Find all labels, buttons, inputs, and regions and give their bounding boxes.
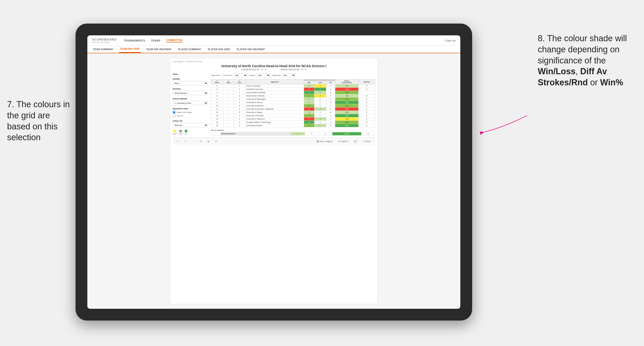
conference-filter-select[interactable]: (All) <box>233 73 248 77</box>
cell-rank: 10 <box>211 104 223 108</box>
cell-loss: 1 <box>314 91 326 94</box>
redo-button[interactable]: ↪ <box>183 140 188 143</box>
nav-committee[interactable]: COMMITTEE <box>166 39 183 42</box>
sub-nav-player-h2h-grid[interactable]: PLAYER H2H GRID <box>207 46 231 53</box>
cell-reg: - <box>223 91 234 94</box>
filter-row: Opponents: Conference (All) Region ( <box>211 73 375 77</box>
sub-nav-player-summary[interactable]: PLAYER SUMMARY <box>177 46 202 53</box>
last-updated: Last Updated: 27/03/2024 16:55:38 <box>172 61 202 63</box>
region-filter-select[interactable]: (All) <box>256 73 270 77</box>
cell-diff-av: 2.33 <box>335 111 358 114</box>
cell-rounds: 3 <box>358 108 375 111</box>
nav-tournaments[interactable]: TOURNAMENTS <box>124 39 145 42</box>
opponent-filter-group: Opponent (All) <box>272 73 296 77</box>
cell-win: 5 <box>304 91 314 94</box>
cell-reg: - <box>223 108 234 111</box>
cell-rank: 9 <box>211 101 223 104</box>
cell-diff-av: 5.56 <box>335 114 358 117</box>
col-rounds: Rounds <box>358 79 375 84</box>
cell-opponent: Georgia Institute of Technology <box>245 121 304 124</box>
cell-opponent: University of Oklahoma <box>245 117 304 121</box>
division-select[interactable]: NCAA Division I <box>172 91 208 95</box>
view-original-button[interactable]: 🖼 View: Original <box>315 140 334 143</box>
sub-nav-team-h2h-heatmap[interactable]: TEAM H2H HEATMAP <box>145 46 172 53</box>
region-filter-label: Region <box>249 74 255 76</box>
comment-button[interactable]: 💬 <box>352 140 358 143</box>
share-button[interactable]: ↗ Share <box>361 140 372 143</box>
cell-loss: 0 <box>314 121 326 124</box>
cell-loss: 1 <box>314 108 326 111</box>
cell-reg: - <box>223 98 234 101</box>
grid-button[interactable]: ⊞ <box>206 140 211 143</box>
cell-conf: 2 <box>234 88 246 91</box>
data-table: #Rank #Reg #Conf Opponent Diff AvStrokes… <box>211 79 375 127</box>
cell-rounds: 9 <box>358 84 375 88</box>
cell-loss: 1 <box>314 117 326 121</box>
sub-nav-team-h2h-grid[interactable]: TEAM H2H GRID <box>119 46 140 53</box>
cell-reg: - <box>223 88 234 91</box>
cell-reg: - <box>223 114 234 117</box>
opponent-view-label: Opponent View <box>172 108 208 110</box>
table-row: 9 - 1 University of Arizona 1 0 0 9.00 2 <box>211 101 375 104</box>
legend-down: Down <box>172 130 177 135</box>
school-select[interactable]: 1. University of Nort... <box>172 101 208 105</box>
table-row: 2 - 1 Auburn University 2 1 0 1.67 9 <box>211 84 375 88</box>
cell-diff-av: 2.61 <box>335 104 358 108</box>
col-tie: Tie <box>326 81 335 84</box>
cell-out-div-empty <box>211 132 220 136</box>
radio-opponents-played[interactable]: Opponents Played <box>172 111 208 114</box>
cell-opponent: Auburn University <box>245 84 304 88</box>
sign-out-button[interactable]: | Sign out <box>445 39 456 42</box>
opponent-view-section: Opponent View Opponents Played Top 100 <box>172 108 208 117</box>
cell-conf: 1 <box>234 84 246 88</box>
watch-button[interactable]: 👁 Watch ▾ <box>336 140 350 143</box>
cell-rounds: 9 <box>358 121 375 124</box>
cell-conf: 4 <box>234 121 246 124</box>
out-of-division-row: NCAA Division II 1 0 0 26.00 3 <box>211 132 375 136</box>
cell-rank: 2 <box>211 84 223 88</box>
gender-select[interactable]: Men's <box>172 81 208 85</box>
cell-tie: 0 <box>326 94 335 98</box>
legend-down-dot <box>173 130 176 133</box>
cell-rank: 3 <box>211 88 223 91</box>
cell-loss: 0 <box>314 101 326 104</box>
region-filter-group: Region (All) <box>249 73 270 77</box>
overall-record: Overall Record: 89 - 17 - 0 <box>241 68 266 71</box>
tableau-body: Team Gender Men's Division NCAA Division <box>172 73 375 136</box>
cell-tie: 0 <box>326 84 335 88</box>
cell-conf: 1 <box>234 114 246 117</box>
radio-top-100[interactable]: Top 100 <box>172 114 208 117</box>
division-label: Division <box>172 88 208 90</box>
undo-button[interactable]: ↩ <box>176 140 180 143</box>
cell-loss: 0 <box>314 104 326 108</box>
sub-nav-team-summary[interactable]: TEAM SUMMARY <box>92 46 114 53</box>
cell-tie: 0 <box>326 98 335 101</box>
cell-loss: 1 <box>314 124 326 127</box>
out-of-division: Out of division NCAA Division II 1 0 0 2… <box>211 129 375 136</box>
cell-tie: 0 <box>326 101 335 104</box>
cell-conf: 1 <box>234 101 246 104</box>
tablet-frame: SCOREBOARD Powered by clippd TOURNAMENTS… <box>76 23 472 321</box>
home-button[interactable]: ⊡ <box>198 140 204 143</box>
gender-label: Gender <box>172 78 208 80</box>
opponent-filter-select[interactable]: (All) <box>282 73 296 77</box>
nav-teams[interactable]: TEAMS <box>151 39 160 42</box>
cell-loss: 4 <box>314 88 326 91</box>
sub-nav-player-h2h-heatmap[interactable]: PLAYER H2H HEATMAP <box>236 46 266 53</box>
col-conf: #Conf <box>234 79 246 84</box>
cell-diff-av: 4.50 <box>335 121 358 124</box>
forward-button[interactable]: → <box>190 140 196 143</box>
cell-tie: 0 <box>326 117 335 121</box>
legend-up-dot <box>184 130 188 133</box>
cell-win: 4 <box>304 94 314 98</box>
cell-diff-av: -2.29 <box>335 88 358 91</box>
cell-opponent: Vanderbilt University <box>245 88 304 91</box>
cell-diff-av: 1.67 <box>335 84 358 88</box>
colour-by-label: Colour by <box>172 120 208 122</box>
cell-out-div-label: NCAA Division II <box>220 132 291 136</box>
clock-button[interactable]: ⏱ <box>214 140 219 143</box>
cell-reg: - <box>223 101 234 104</box>
cell-rank: 12 <box>211 111 223 114</box>
colour-by-select[interactable]: Win/Loss <box>172 123 208 127</box>
cell-conf: 1 <box>234 117 246 121</box>
